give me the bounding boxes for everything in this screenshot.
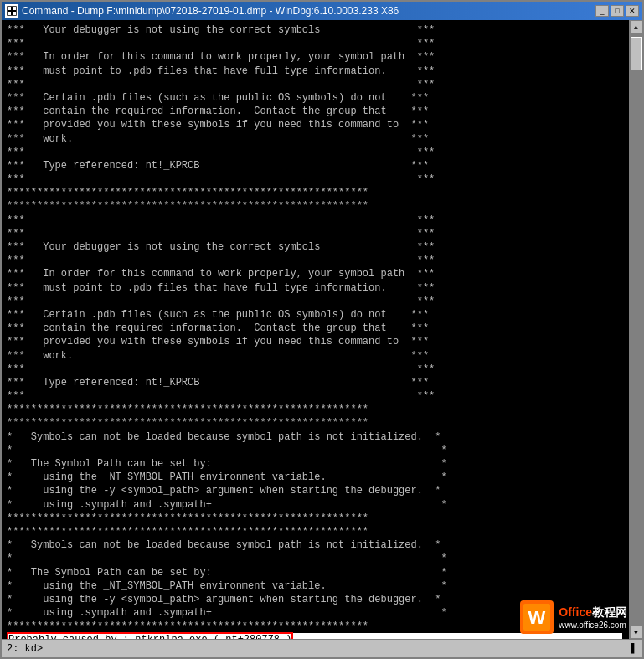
svg-rect-4 xyxy=(13,12,16,15)
svg-rect-3 xyxy=(8,12,11,15)
svg-rect-2 xyxy=(13,7,16,10)
window-icon xyxy=(5,4,18,18)
window-title: Command - Dump F:\minidump\072018-27019-… xyxy=(22,5,595,17)
logo-text: Office教程网 www.office26.com xyxy=(559,605,627,630)
logo-url: www.office26.com xyxy=(559,620,627,630)
content-wrapper: *** Your debugger is not using the corre… xyxy=(2,20,642,639)
minimize-button[interactable]: _ xyxy=(595,5,609,17)
close-button[interactable]: ✕ xyxy=(626,5,639,17)
title-bar: Command - Dump F:\minidump\072018-27019-… xyxy=(2,2,642,20)
scroll-down-button[interactable]: ▼ xyxy=(630,626,643,639)
main-window: Command - Dump F:\minidump\072018-27019-… xyxy=(0,0,644,659)
cursor: ▌ xyxy=(631,643,637,655)
maximize-button[interactable]: □ xyxy=(611,5,624,17)
logo-area: W Office教程网 www.office26.com xyxy=(520,600,627,634)
window-controls: _ □ ✕ xyxy=(595,5,639,17)
scroll-thumb[interactable] xyxy=(631,37,642,70)
scroll-up-button[interactable]: ▲ xyxy=(630,20,643,33)
svg-rect-1 xyxy=(8,7,11,10)
scrollbar[interactable]: ▲ ▼ xyxy=(629,20,642,639)
office-logo-icon: W xyxy=(520,600,554,634)
status-bar: 2: kd> ▌ xyxy=(2,639,642,657)
status-text: 2: kd> xyxy=(7,643,631,655)
scroll-track xyxy=(630,33,643,626)
svg-text:W: W xyxy=(528,607,546,628)
terminal-output[interactable]: *** Your debugger is not using the corre… xyxy=(2,20,629,639)
logo-office-text: Office教程网 xyxy=(559,605,627,620)
